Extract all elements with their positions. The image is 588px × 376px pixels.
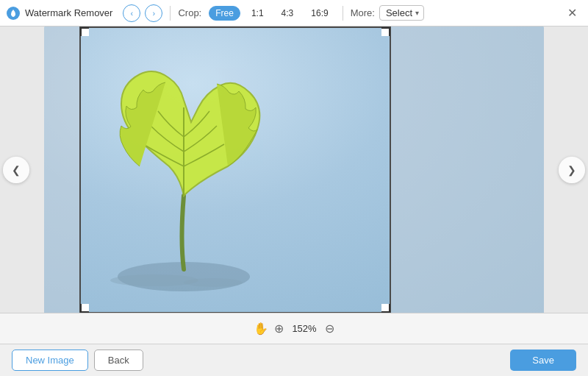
- zoom-out-icon[interactable]: ⊖: [325, 322, 334, 336]
- zoom-value: 152%: [290, 323, 319, 334]
- crop-handle-tr[interactable]: [381, 27, 390, 36]
- zoom-controls: ✋ ⊕ 152% ⊖: [254, 322, 334, 336]
- next-image-button[interactable]: ❯: [559, 157, 585, 183]
- crop-overlay-right: [391, 26, 544, 313]
- close-button[interactable]: ✕: [562, 3, 582, 24]
- chevron-left-icon: ❮: [12, 164, 21, 176]
- prev-image-button[interactable]: ❮: [3, 157, 29, 183]
- divider: [170, 6, 171, 21]
- image-container: [44, 26, 544, 313]
- footer: New Image Back Save: [0, 344, 588, 376]
- zoom-in-icon[interactable]: ⊕: [274, 322, 284, 336]
- crop-overlay-left: [44, 26, 79, 313]
- crop-handle-br[interactable]: [381, 304, 390, 313]
- crop-handle-bl[interactable]: [80, 304, 89, 313]
- divider2: [343, 6, 343, 21]
- select-label: Select: [386, 7, 412, 18]
- select-dropdown[interactable]: Select ▾: [379, 5, 424, 21]
- back-button[interactable]: Back: [94, 350, 143, 371]
- crop-handle-tl[interactable]: [80, 27, 89, 36]
- nav-forward-icon: ›: [153, 9, 156, 18]
- new-image-button[interactable]: New Image: [12, 350, 88, 371]
- crop-4-3-button[interactable]: 4:3: [275, 6, 301, 21]
- nav-back-button[interactable]: ‹: [123, 4, 140, 22]
- nav-back-icon: ‹: [131, 9, 134, 18]
- crop-16-9-button[interactable]: 16:9: [304, 6, 334, 21]
- save-button[interactable]: Save: [510, 350, 576, 371]
- chevron-right-icon: ❯: [567, 164, 576, 176]
- canvas-area: ❮: [0, 26, 588, 313]
- crop-free-button[interactable]: Free: [209, 6, 240, 21]
- zoom-bar: ✋ ⊕ 152% ⊖: [0, 313, 588, 344]
- close-icon: ✕: [567, 6, 577, 20]
- crop-1-1-button[interactable]: 1:1: [245, 6, 270, 21]
- nav-forward-button[interactable]: ›: [145, 4, 162, 22]
- crop-label: Crop:: [178, 7, 201, 18]
- hand-tool-icon[interactable]: ✋: [254, 322, 268, 336]
- chevron-down-icon: ▾: [415, 9, 419, 17]
- app-logo-icon: [6, 6, 21, 21]
- title-bar: Watermark Remover ‹ › Crop: Free 1:1 4:3…: [0, 0, 588, 26]
- app-title: Watermark Remover: [25, 7, 112, 18]
- crop-box[interactable]: [79, 26, 391, 313]
- more-label: More:: [351, 7, 375, 18]
